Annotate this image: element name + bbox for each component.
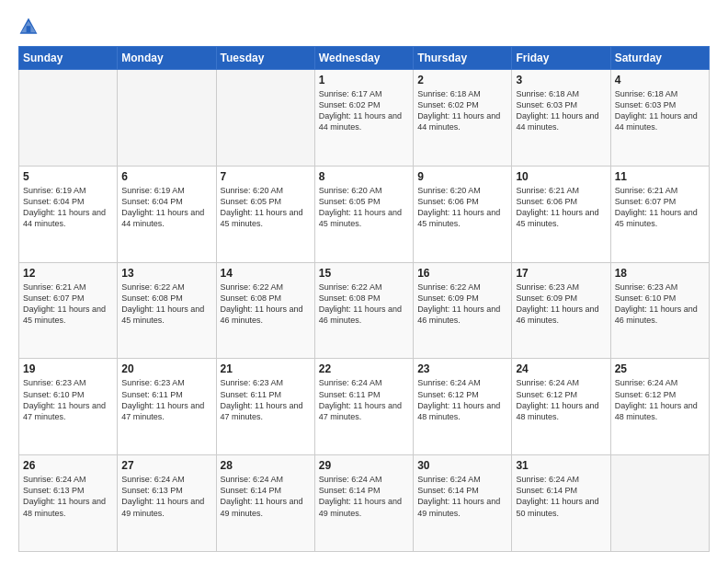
calendar-cell: 30Sunrise: 6:24 AM Sunset: 6:14 PM Dayli… xyxy=(414,455,512,552)
cell-text: Sunrise: 6:23 AM Sunset: 6:09 PM Dayligh… xyxy=(516,282,606,327)
calendar-cell: 11Sunrise: 6:21 AM Sunset: 6:07 PM Dayli… xyxy=(610,166,709,262)
cell-text: Sunrise: 6:24 AM Sunset: 6:14 PM Dayligh… xyxy=(221,474,311,519)
day-number: 10 xyxy=(516,170,606,183)
day-number: 21 xyxy=(221,362,311,375)
calendar-cell: 29Sunrise: 6:24 AM Sunset: 6:14 PM Dayli… xyxy=(314,455,413,552)
cell-text: Sunrise: 6:24 AM Sunset: 6:14 PM Dayligh… xyxy=(516,474,606,519)
day-number: 8 xyxy=(319,170,409,183)
calendar-cell: 26Sunrise: 6:24 AM Sunset: 6:13 PM Dayli… xyxy=(19,455,118,552)
cell-text: Sunrise: 6:24 AM Sunset: 6:14 PM Dayligh… xyxy=(319,474,409,519)
calendar-cell: 12Sunrise: 6:21 AM Sunset: 6:07 PM Dayli… xyxy=(19,262,118,359)
calendar-cell: 21Sunrise: 6:23 AM Sunset: 6:11 PM Dayli… xyxy=(216,359,314,455)
calendar-cell: 2Sunrise: 6:18 AM Sunset: 6:02 PM Daylig… xyxy=(414,70,512,167)
day-number: 15 xyxy=(319,267,409,280)
calendar-cell: 4Sunrise: 6:18 AM Sunset: 6:03 PM Daylig… xyxy=(610,70,709,167)
day-number: 23 xyxy=(417,362,507,375)
weekday-header-friday: Friday xyxy=(512,47,610,70)
day-number: 29 xyxy=(319,459,409,472)
day-number: 19 xyxy=(23,362,113,375)
cell-text: Sunrise: 6:20 AM Sunset: 6:06 PM Dayligh… xyxy=(417,185,507,230)
weekday-header-wednesday: Wednesday xyxy=(314,47,413,70)
weekday-header-saturday: Saturday xyxy=(610,47,709,70)
day-number: 16 xyxy=(417,267,507,280)
calendar-cell xyxy=(118,70,216,167)
calendar-cell: 16Sunrise: 6:22 AM Sunset: 6:09 PM Dayli… xyxy=(414,262,512,359)
day-number: 18 xyxy=(615,267,705,280)
weekday-header-sunday: Sunday xyxy=(19,47,118,70)
calendar-cell: 14Sunrise: 6:22 AM Sunset: 6:08 PM Dayli… xyxy=(216,262,314,359)
cell-text: Sunrise: 6:22 AM Sunset: 6:08 PM Dayligh… xyxy=(221,282,311,327)
cell-text: Sunrise: 6:24 AM Sunset: 6:12 PM Dayligh… xyxy=(516,377,606,422)
day-number: 1 xyxy=(319,74,409,86)
cell-text: Sunrise: 6:22 AM Sunset: 6:08 PM Dayligh… xyxy=(319,282,409,327)
day-number: 3 xyxy=(516,74,606,86)
cell-text: Sunrise: 6:21 AM Sunset: 6:07 PM Dayligh… xyxy=(23,282,113,327)
cell-text: Sunrise: 6:24 AM Sunset: 6:13 PM Dayligh… xyxy=(23,474,113,519)
week-row-2: 5Sunrise: 6:19 AM Sunset: 6:04 PM Daylig… xyxy=(19,166,710,262)
calendar-cell: 6Sunrise: 6:19 AM Sunset: 6:04 PM Daylig… xyxy=(118,166,216,262)
day-number: 11 xyxy=(615,170,705,183)
calendar-cell: 1Sunrise: 6:17 AM Sunset: 6:02 PM Daylig… xyxy=(314,70,413,167)
cell-text: Sunrise: 6:17 AM Sunset: 6:02 PM Dayligh… xyxy=(319,88,409,133)
cell-text: Sunrise: 6:20 AM Sunset: 6:05 PM Dayligh… xyxy=(221,185,311,230)
calendar-cell xyxy=(216,70,314,167)
calendar-cell xyxy=(19,70,118,167)
calendar-cell: 27Sunrise: 6:24 AM Sunset: 6:13 PM Dayli… xyxy=(118,455,216,552)
week-row-5: 26Sunrise: 6:24 AM Sunset: 6:13 PM Dayli… xyxy=(19,455,710,552)
day-number: 30 xyxy=(417,459,507,472)
page: SundayMondayTuesdayWednesdayThursdayFrid… xyxy=(0,0,728,563)
cell-text: Sunrise: 6:18 AM Sunset: 6:03 PM Dayligh… xyxy=(516,88,606,133)
day-number: 7 xyxy=(221,170,311,183)
calendar-cell: 25Sunrise: 6:24 AM Sunset: 6:12 PM Dayli… xyxy=(610,359,709,455)
day-number: 14 xyxy=(221,267,311,280)
logo-icon xyxy=(18,17,39,37)
calendar-cell xyxy=(610,455,709,552)
calendar-cell: 22Sunrise: 6:24 AM Sunset: 6:11 PM Dayli… xyxy=(314,359,413,455)
calendar-cell: 31Sunrise: 6:24 AM Sunset: 6:14 PM Dayli… xyxy=(512,455,610,552)
cell-text: Sunrise: 6:21 AM Sunset: 6:06 PM Dayligh… xyxy=(516,185,606,230)
cell-text: Sunrise: 6:18 AM Sunset: 6:03 PM Dayligh… xyxy=(615,88,705,133)
calendar: SundayMondayTuesdayWednesdayThursdayFrid… xyxy=(18,46,710,552)
calendar-cell: 13Sunrise: 6:22 AM Sunset: 6:08 PM Dayli… xyxy=(118,262,216,359)
calendar-cell: 24Sunrise: 6:24 AM Sunset: 6:12 PM Dayli… xyxy=(512,359,610,455)
cell-text: Sunrise: 6:23 AM Sunset: 6:11 PM Dayligh… xyxy=(121,377,211,422)
svg-rect-2 xyxy=(27,26,31,32)
weekday-header-monday: Monday xyxy=(118,47,216,70)
calendar-cell: 19Sunrise: 6:23 AM Sunset: 6:10 PM Dayli… xyxy=(19,359,118,455)
day-number: 6 xyxy=(121,170,211,183)
cell-text: Sunrise: 6:22 AM Sunset: 6:09 PM Dayligh… xyxy=(417,282,507,327)
day-number: 13 xyxy=(121,267,211,280)
calendar-cell: 10Sunrise: 6:21 AM Sunset: 6:06 PM Dayli… xyxy=(512,166,610,262)
calendar-cell: 5Sunrise: 6:19 AM Sunset: 6:04 PM Daylig… xyxy=(19,166,118,262)
cell-text: Sunrise: 6:23 AM Sunset: 6:10 PM Dayligh… xyxy=(23,377,113,422)
day-number: 5 xyxy=(23,170,113,183)
calendar-cell: 3Sunrise: 6:18 AM Sunset: 6:03 PM Daylig… xyxy=(512,70,610,167)
weekday-header-thursday: Thursday xyxy=(414,47,512,70)
calendar-cell: 15Sunrise: 6:22 AM Sunset: 6:08 PM Dayli… xyxy=(314,262,413,359)
day-number: 4 xyxy=(615,74,705,86)
week-row-1: 1Sunrise: 6:17 AM Sunset: 6:02 PM Daylig… xyxy=(19,70,710,167)
calendar-cell: 18Sunrise: 6:23 AM Sunset: 6:10 PM Dayli… xyxy=(610,262,709,359)
cell-text: Sunrise: 6:18 AM Sunset: 6:02 PM Dayligh… xyxy=(417,88,507,133)
logo xyxy=(18,17,42,37)
calendar-cell: 8Sunrise: 6:20 AM Sunset: 6:05 PM Daylig… xyxy=(314,166,413,262)
calendar-cell: 28Sunrise: 6:24 AM Sunset: 6:14 PM Dayli… xyxy=(216,455,314,552)
day-number: 26 xyxy=(23,459,113,472)
cell-text: Sunrise: 6:24 AM Sunset: 6:12 PM Dayligh… xyxy=(417,377,507,422)
day-number: 22 xyxy=(319,362,409,375)
day-number: 25 xyxy=(615,362,705,375)
day-number: 2 xyxy=(417,74,507,86)
week-row-4: 19Sunrise: 6:23 AM Sunset: 6:10 PM Dayli… xyxy=(19,359,710,455)
calendar-cell: 20Sunrise: 6:23 AM Sunset: 6:11 PM Dayli… xyxy=(118,359,216,455)
cell-text: Sunrise: 6:24 AM Sunset: 6:12 PM Dayligh… xyxy=(615,377,705,422)
calendar-cell: 23Sunrise: 6:24 AM Sunset: 6:12 PM Dayli… xyxy=(414,359,512,455)
day-number: 28 xyxy=(221,459,311,472)
day-number: 17 xyxy=(516,267,606,280)
cell-text: Sunrise: 6:24 AM Sunset: 6:11 PM Dayligh… xyxy=(319,377,409,422)
cell-text: Sunrise: 6:24 AM Sunset: 6:13 PM Dayligh… xyxy=(121,474,211,519)
day-number: 24 xyxy=(516,362,606,375)
cell-text: Sunrise: 6:24 AM Sunset: 6:14 PM Dayligh… xyxy=(417,474,507,519)
cell-text: Sunrise: 6:22 AM Sunset: 6:08 PM Dayligh… xyxy=(121,282,211,327)
calendar-cell: 7Sunrise: 6:20 AM Sunset: 6:05 PM Daylig… xyxy=(216,166,314,262)
day-number: 20 xyxy=(121,362,211,375)
